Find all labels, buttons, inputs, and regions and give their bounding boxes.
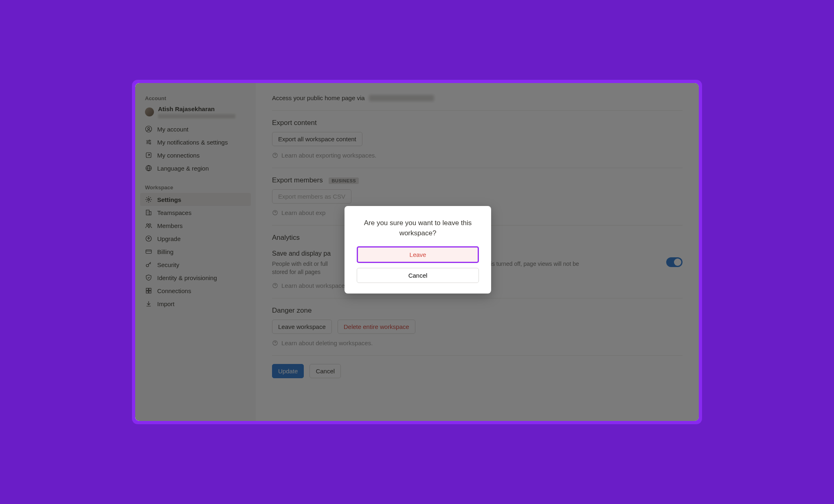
modal-cancel-button[interactable]: Cancel [357, 268, 479, 283]
modal-title: Are you sure you want to leave this work… [357, 218, 479, 238]
leave-workspace-modal: Are you sure you want to leave this work… [345, 206, 491, 294]
modal-overlay[interactable]: Are you sure you want to leave this work… [135, 83, 699, 421]
modal-leave-button[interactable]: Leave [357, 246, 479, 263]
